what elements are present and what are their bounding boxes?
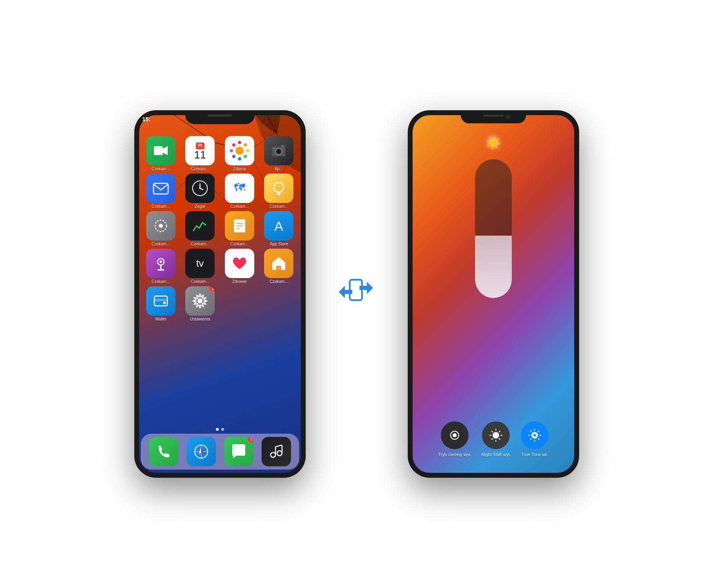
app-label-tips: Czekam...	[270, 204, 288, 209]
dock-img-messages: !	[224, 437, 253, 466]
app-label-clock: Zegar	[195, 204, 205, 209]
svg-point-23	[232, 143, 235, 147]
svg-point-56	[198, 298, 202, 303]
svg-point-20	[238, 157, 241, 160]
app-label-books: Czekam...	[230, 242, 249, 246]
app-icon-calendar[interactable]: Pt11Czekam...	[182, 136, 219, 171]
svg-point-21	[232, 155, 235, 158]
app-icon-wallet[interactable]: Wallet	[142, 286, 180, 321]
app-icon-tips[interactable]: Czekam...	[260, 174, 298, 209]
app-img-maps: 🗺	[225, 174, 254, 203]
app-icon-home[interactable]: Czekam...	[260, 249, 298, 284]
app-icon-settings2[interactable]: Czekam...	[142, 211, 180, 246]
app-icon-maps[interactable]: 🗺Czekam...	[221, 174, 258, 209]
control-night-shift[interactable]: Night Shift wył.	[481, 421, 511, 457]
app-img-camera	[264, 136, 293, 165]
app-icon-books[interactable]: Czekam...	[221, 211, 258, 246]
status-bar-left: 15:	[142, 116, 151, 122]
app-img-clock	[185, 174, 215, 203]
speaker-left	[208, 114, 232, 117]
svg-line-75	[492, 431, 493, 432]
app-icon-camera[interactable]: Ap...	[260, 136, 298, 171]
app-label-settings: Ustawienia	[190, 317, 210, 321]
svg-rect-55	[163, 302, 166, 304]
app-img-photos	[225, 136, 254, 165]
badge-settings: 1	[209, 286, 215, 292]
control-true-tone[interactable]: True Tone wł.	[521, 421, 549, 457]
svg-point-14	[235, 147, 244, 155]
control-circle-night-shift	[482, 421, 510, 449]
dock-img-music	[262, 437, 291, 466]
svg-text:A: A	[275, 219, 284, 234]
app-img-podcasts	[146, 249, 175, 278]
svg-text:🗺: 🗺	[234, 181, 245, 194]
dot-2	[221, 428, 224, 431]
svg-point-33	[199, 187, 201, 189]
dock-img-safari	[187, 437, 216, 466]
svg-rect-29	[153, 183, 168, 194]
dock-icon-safari[interactable]	[187, 437, 216, 466]
control-label-night-shift: Night Shift wył.	[481, 452, 511, 457]
control-circle-true-tone	[521, 421, 549, 449]
phone-left: 15:	[134, 110, 306, 478]
app-label-facetime: Czekam...	[151, 167, 170, 171]
svg-line-88	[530, 439, 531, 439]
svg-point-39	[159, 224, 163, 228]
app-label-maps: Czekam...	[230, 204, 249, 209]
app-label-podcasts: Czekam...	[151, 279, 170, 284]
app-label-stocks: Czekam...	[191, 242, 209, 246]
control-circle-dark-mode	[441, 421, 469, 449]
dock-icon-messages[interactable]: !	[224, 437, 253, 466]
app-img-health	[225, 249, 254, 278]
control-label-true-tone: True Tone wł.	[521, 452, 548, 457]
svg-marker-61	[199, 447, 201, 454]
app-img-appletv: tv	[185, 249, 215, 278]
phone-right-screen: ☀️ Tryb ciemny wył.Night Shift wył.True …	[408, 110, 579, 478]
notch-right	[461, 110, 526, 123]
svg-point-80	[533, 434, 536, 437]
app-img-tips	[264, 174, 293, 203]
app-icon-mail[interactable]: Czekam...	[142, 174, 180, 209]
main-scene: 15:	[134, 110, 579, 478]
dock-icon-music[interactable]	[262, 437, 291, 466]
control-dark-mode[interactable]: Tryb ciemny wył.	[438, 421, 471, 457]
dock-badge-messages: !	[248, 437, 253, 443]
app-icon-facetime[interactable]: Czekam...	[142, 136, 180, 171]
svg-point-36	[274, 183, 284, 192]
app-grid: Czekam...Pt11Czekam...ZdjęciaAp...Czekam…	[139, 133, 301, 325]
app-label-mail: Czekam...	[151, 204, 170, 209]
svg-line-78	[492, 439, 493, 439]
svg-point-26	[277, 149, 281, 154]
svg-line-66	[275, 445, 282, 447]
app-label-wallet: Wallet	[155, 317, 166, 321]
app-icon-photos[interactable]: Zdjęcia	[221, 136, 258, 171]
svg-point-22	[230, 149, 233, 152]
app-img-appstore: A	[264, 211, 293, 241]
app-img-settings: 1	[185, 286, 215, 316]
app-icon-appstore[interactable]: AApp Store	[260, 211, 298, 246]
app-img-stocks	[185, 211, 215, 241]
dock-icon-phone[interactable]	[149, 437, 178, 466]
svg-point-49	[160, 261, 162, 263]
svg-marker-13	[163, 146, 168, 155]
app-label-appstore: App Store	[270, 242, 288, 246]
sun-icon: ☀️	[485, 135, 502, 150]
app-icon-settings[interactable]: 1Ustawienia	[182, 286, 219, 321]
speaker-right	[483, 115, 504, 117]
svg-rect-27	[281, 145, 284, 147]
control-label-dark-mode: Tryb ciemny wył.	[438, 452, 471, 457]
app-img-settings2	[146, 211, 175, 241]
app-img-calendar: Pt11	[185, 136, 215, 165]
app-icon-stocks[interactable]: Czekam...	[182, 211, 219, 246]
app-icon-podcasts[interactable]: Czekam...	[142, 249, 180, 284]
svg-point-19	[244, 155, 247, 158]
page-dots	[134, 428, 306, 431]
app-icon-health[interactable]: Zdrowie	[221, 249, 258, 284]
app-icon-clock[interactable]: Zegar	[182, 174, 219, 209]
dot-1	[216, 428, 219, 431]
app-icon-appletv[interactable]: tvCzekam...	[182, 249, 219, 284]
app-label-settings2: Czekam...	[151, 242, 170, 246]
volume-slider[interactable]	[475, 159, 512, 298]
svg-point-16	[238, 141, 241, 144]
svg-point-28	[273, 147, 275, 149]
